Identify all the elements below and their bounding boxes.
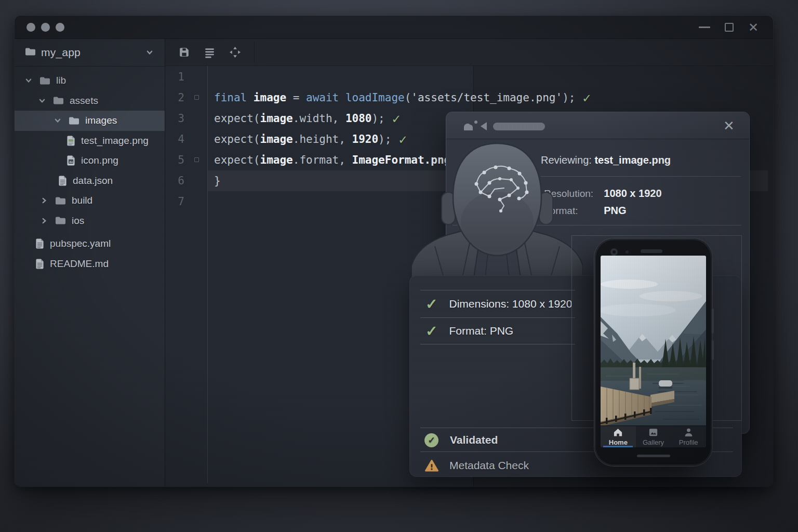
pass-check-icon: ✓ (582, 90, 591, 105)
file-tree: libassetsimagestest_image.pngicon.pngdat… (15, 71, 165, 274)
sidebar-item-pubspec-yaml[interactable]: pubspec.yaml (15, 234, 165, 254)
code-text: } (198, 175, 221, 187)
nav-label: Gallery (643, 438, 664, 446)
sidebar-item-images[interactable]: images (15, 111, 165, 131)
file-label: data.json (73, 175, 113, 187)
nav-tab-home[interactable]: Home (601, 426, 636, 447)
window-controls: ✕ (699, 16, 759, 39)
check-icon: ✓ (425, 323, 437, 340)
desktop-background: ✕ my_app libassetsimagestest_image.pngic… (0, 0, 798, 532)
dialog-titlebar: ✕ (446, 112, 749, 139)
chevron-right-icon[interactable] (41, 217, 49, 224)
folder-icon (55, 216, 66, 225)
line-number: 4 (165, 133, 198, 145)
nav-tab-profile[interactable]: Profile (671, 426, 706, 447)
gallery-icon (648, 428, 659, 437)
maximize-icon[interactable] (725, 23, 734, 32)
folder-icon (55, 196, 66, 205)
doc-file-icon (35, 259, 44, 269)
status-row-metadata-check: Metadata Check (424, 457, 529, 474)
check-circle-icon: ✓ (424, 433, 438, 447)
phone-nav-bar: HomeGalleryProfile (601, 425, 706, 447)
sidebar: my_app libassetsimagestest_image.pngicon… (15, 39, 165, 487)
sidebar-item-build[interactable]: build (15, 191, 165, 211)
image-file-icon (66, 136, 75, 146)
phone-volume-button (712, 340, 714, 360)
sidebar-item-icon-png[interactable]: icon.png (15, 151, 165, 171)
nav-label: Home (609, 438, 628, 446)
home-icon (613, 427, 623, 437)
fold-marker-icon[interactable] (194, 95, 199, 100)
robot-reviewer-illustration (411, 141, 583, 277)
dialog-close-icon[interactable]: ✕ (721, 118, 737, 134)
format-value: PNG (604, 205, 626, 216)
phone-speaker-icon (641, 249, 662, 253)
check-row-format: ✓Format: PNG (425, 322, 513, 340)
doc-file-icon (35, 238, 44, 249)
editor-toolbar (165, 39, 773, 66)
status-label: Validated (450, 434, 498, 446)
line-number: 6 (165, 175, 198, 187)
pass-check-icon: ✓ (398, 131, 407, 147)
pass-check-icon: ✓ (392, 111, 401, 126)
code-line-1[interactable]: 1 (165, 66, 773, 87)
warning-triangle-icon (424, 459, 439, 472)
doc-file-icon (58, 176, 67, 186)
card-divider (420, 317, 575, 318)
phone-camera-icon (610, 248, 618, 256)
file-label: test_image.png (81, 135, 149, 147)
toolbar-divider (254, 42, 255, 63)
check-row-dimensions: ✓Dimensions: 1080 x 1920 (425, 295, 572, 313)
sidebar-item-data-json[interactable]: data.json (15, 171, 165, 191)
chevron-down-icon[interactable] (54, 117, 62, 124)
resolution-value: 1080 x 1920 (604, 188, 661, 199)
image-file-alt-icon (66, 155, 75, 166)
check-icon: ✓ (425, 296, 437, 313)
traffic-lights (15, 23, 64, 32)
project-name: my_app (41, 46, 81, 59)
save-file-icon[interactable] (178, 46, 191, 59)
folder-icon (53, 96, 64, 105)
sidebar-item-lib[interactable]: lib (15, 71, 165, 91)
minimize-icon[interactable] (699, 26, 710, 28)
sidebar-item-readme-md[interactable]: README.md (15, 254, 165, 274)
project-selector[interactable]: my_app (15, 39, 165, 66)
code-text: expect(image.height, 1920); (198, 133, 391, 145)
traffic-light-icon[interactable] (56, 23, 64, 32)
folder-icon (25, 46, 36, 59)
file-label: pubspec.yaml (50, 238, 111, 249)
sidebar-item-assets[interactable]: assets (15, 91, 165, 111)
align-lines-icon[interactable] (203, 46, 216, 59)
chevron-right-icon[interactable] (41, 197, 49, 204)
status-label: Metadata Check (449, 459, 529, 472)
close-icon[interactable]: ✕ (748, 21, 759, 34)
line-number: 1 (165, 71, 198, 83)
chevron-down-icon[interactable] (38, 97, 47, 104)
traffic-light-icon[interactable] (41, 23, 50, 32)
home-indicator[interactable] (637, 455, 670, 457)
phone-sensor-icon (626, 250, 629, 254)
sidebar-item-ios[interactable]: ios (15, 211, 165, 231)
file-label: icon.png (81, 155, 118, 166)
code-line-2[interactable]: 2final image = await loadImage('assets/t… (165, 87, 773, 108)
nav-tab-gallery[interactable]: Gallery (636, 426, 671, 447)
file-label: assets (70, 95, 98, 107)
traffic-light-icon[interactable] (26, 23, 35, 32)
profile-icon (683, 427, 694, 437)
check-label: Dimensions: 1080 x 1920 (449, 298, 572, 310)
code-text: expect(image.width, 1080); (198, 112, 385, 125)
code-text: final image = await loadImage('assets/te… (198, 91, 575, 104)
file-label: build (72, 195, 92, 206)
window-titlebar: ✕ (15, 16, 773, 39)
line-number: 7 (165, 195, 198, 208)
file-label: images (85, 115, 117, 126)
chevron-down-icon[interactable] (25, 77, 33, 84)
move-pad-icon[interactable] (229, 46, 242, 59)
folder-icon (39, 76, 50, 85)
sidebar-item-test-image-png[interactable]: test_image.png (15, 131, 165, 151)
dialog-header-glyphs-icon (462, 118, 550, 134)
file-label: ios (72, 215, 84, 227)
fold-marker-icon[interactable] (194, 157, 199, 162)
chevron-down-icon[interactable] (146, 46, 153, 59)
check-label: Format: PNG (449, 325, 513, 337)
